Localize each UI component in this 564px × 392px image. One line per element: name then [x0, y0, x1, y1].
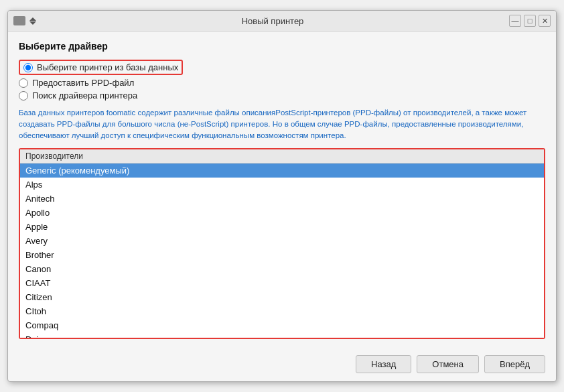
list-item[interactable]: Apollo — [20, 206, 544, 220]
list-item[interactable]: Anitech — [20, 192, 544, 206]
manufacturers-section: Производители Generic (рекомендуемый)Alp… — [19, 148, 545, 339]
content-area: Выберите драйвер Выберите принтер из баз… — [8, 31, 556, 348]
cancel-button[interactable]: Отмена — [417, 355, 479, 373]
radio-search[interactable]: Поиск драйвера принтера — [19, 90, 545, 101]
radio-from-db[interactable]: Выберите принтер из базы данных — [23, 62, 178, 72]
list-item[interactable]: Compaq — [20, 318, 544, 332]
window-controls: — □ ✕ — [509, 15, 551, 27]
info-text: База данных принтеров foomatic содержит … — [19, 107, 545, 141]
radio-group: Выберите принтер из базы данных Предоста… — [19, 60, 545, 101]
list-item[interactable]: Brother — [20, 248, 544, 262]
list-item[interactable]: Canon — [20, 262, 544, 276]
radio-search-label: Поиск драйвера принтера — [32, 90, 137, 101]
forward-button[interactable]: Вперёд — [484, 355, 545, 373]
window-icon — [13, 16, 25, 25]
window-title: Новый принтер — [36, 16, 509, 26]
main-window: Новый принтер — □ ✕ Выберите драйвер Выб… — [7, 10, 557, 381]
chevron-down-icon — [29, 21, 36, 25]
radio-option-1-outline: Выберите принтер из базы данных — [19, 60, 183, 75]
manufacturers-list[interactable]: Generic (рекомендуемый)AlpsAnitechApollo… — [20, 164, 544, 338]
back-button[interactable]: Назад — [356, 355, 411, 373]
close-button[interactable]: ✕ — [539, 15, 551, 27]
list-item[interactable]: CIAAT — [20, 276, 544, 290]
list-item[interactable]: Avery — [20, 234, 544, 248]
section-title: Выберите драйвер — [19, 41, 545, 52]
titlebar: Новый принтер — □ ✕ — [8, 11, 556, 31]
list-item[interactable]: CItoh — [20, 304, 544, 318]
list-item[interactable]: Citizen — [20, 290, 544, 304]
maximize-button[interactable]: □ — [524, 15, 536, 27]
radio-ppd-input[interactable] — [19, 78, 28, 88]
list-item[interactable]: Apple — [20, 220, 544, 234]
radio-ppd-file[interactable]: Предоставить PPD-файл — [19, 78, 545, 88]
list-item[interactable]: Alps — [20, 178, 544, 192]
radio-ppd-label: Предоставить PPD-файл — [32, 78, 134, 88]
list-item[interactable]: Dai — [20, 332, 544, 338]
radio-from-db-input[interactable] — [23, 63, 33, 72]
list-item[interactable]: Generic (рекомендуемый) — [20, 164, 544, 178]
manufacturers-header: Производители — [20, 149, 544, 164]
footer: Назад Отмена Вперёд — [8, 348, 556, 381]
minimize-button[interactable]: — — [509, 15, 521, 27]
chevron-up-icon — [29, 17, 36, 21]
radio-from-db-label: Выберите принтер из базы данных — [37, 62, 178, 72]
chevrons-icon — [29, 17, 36, 25]
titlebar-left — [13, 16, 36, 25]
radio-search-input[interactable] — [19, 91, 28, 101]
